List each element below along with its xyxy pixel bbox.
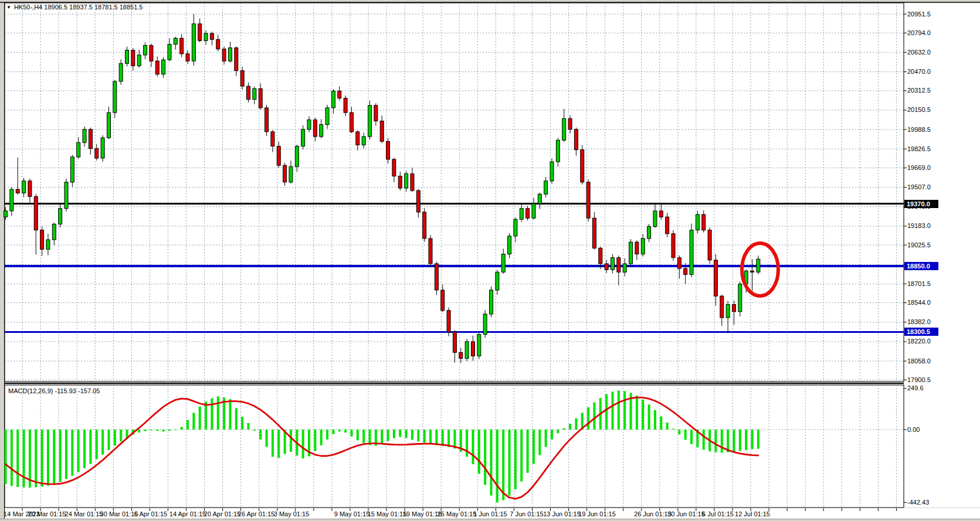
macd-histogram-bar bbox=[181, 427, 183, 430]
macd-histogram-bar bbox=[174, 430, 177, 430]
time-tick-label: 14 Apr 01:15 bbox=[169, 510, 206, 517]
bullish-candle bbox=[325, 108, 329, 125]
bearish-candle bbox=[398, 176, 402, 188]
macd-histogram-bar bbox=[648, 404, 650, 430]
bullish-candle bbox=[490, 290, 493, 314]
bearish-candle bbox=[259, 88, 262, 108]
macd-histogram-bar bbox=[435, 430, 438, 445]
macd-histogram-bar bbox=[338, 430, 341, 431]
bullish-candle bbox=[362, 137, 365, 145]
macd-tick-label: 0.00 bbox=[907, 426, 920, 433]
macd-histogram-bar bbox=[162, 430, 165, 431]
macd-histogram-bar bbox=[266, 430, 268, 447]
macd-histogram-bar bbox=[660, 416, 662, 430]
bearish-candle bbox=[344, 98, 347, 113]
macd-histogram-bar bbox=[575, 418, 577, 430]
macd-histogram-bar bbox=[429, 430, 432, 444]
macd-histogram-bar bbox=[642, 400, 644, 430]
macd-histogram-bar bbox=[114, 430, 116, 445]
time-tick-label: 9 May 01:15 bbox=[334, 510, 370, 517]
bearish-candle bbox=[459, 352, 463, 358]
bearish-candle bbox=[605, 264, 608, 270]
macd-histogram-bar bbox=[533, 430, 535, 464]
time-tick-label: 6 Jul 01:15 bbox=[702, 510, 734, 517]
price-tick-label: 18701.5 bbox=[907, 280, 931, 287]
bearish-candle bbox=[247, 86, 250, 100]
macd-histogram-bar bbox=[423, 430, 426, 443]
macd-histogram-bar bbox=[107, 430, 110, 450]
bearish-candle bbox=[568, 118, 572, 129]
time-tick-label: 15 May 01:15 bbox=[368, 510, 407, 517]
time-tick-label: 12 Jul 01:15 bbox=[735, 510, 770, 517]
bullish-candle bbox=[65, 182, 68, 209]
bullish-candle bbox=[647, 226, 651, 238]
bullish-candle bbox=[520, 209, 523, 219]
macd-histogram-bar bbox=[11, 430, 13, 486]
bullish-candle bbox=[465, 342, 469, 359]
time-tick-label: 30 Jun 01:15 bbox=[667, 510, 705, 517]
macd-histogram-bar bbox=[241, 417, 243, 430]
macd-histogram-bar bbox=[654, 410, 656, 430]
bullish-candle bbox=[641, 239, 645, 254]
time-tick-label: 20 Apr 01:15 bbox=[204, 510, 240, 517]
macd-histogram-bar bbox=[593, 403, 595, 430]
macd-indicator-label: MACD(12,26,9) -115.93 -157.05 bbox=[8, 387, 100, 394]
macd-histogram-bar bbox=[101, 430, 104, 455]
macd-histogram-bar bbox=[332, 430, 334, 434]
bullish-candle bbox=[477, 335, 481, 356]
macd-histogram-bar bbox=[484, 430, 486, 485]
bullish-candle bbox=[496, 272, 499, 290]
bearish-candle bbox=[338, 91, 341, 98]
macd-histogram-bar bbox=[739, 430, 741, 451]
bullish-candle bbox=[556, 140, 559, 162]
macd-histogram-bar bbox=[350, 430, 352, 437]
time-tick-label: 19 Jun 01:15 bbox=[578, 510, 616, 517]
bearish-candle bbox=[222, 49, 226, 61]
bearish-candle bbox=[28, 181, 32, 197]
macd-histogram-bar bbox=[490, 430, 493, 496]
bullish-candle bbox=[368, 105, 372, 137]
macd-histogram-bar bbox=[96, 430, 98, 459]
time-tick-label: 19 May 01:15 bbox=[403, 510, 442, 517]
bullish-candle bbox=[162, 60, 165, 74]
macd-histogram-bar bbox=[229, 399, 231, 430]
macd-histogram-bar bbox=[23, 430, 25, 488]
time-tick-label: 1 Jun 01:15 bbox=[473, 510, 507, 517]
macd-histogram-bar bbox=[690, 430, 693, 444]
macd-histogram-bar bbox=[326, 430, 328, 440]
time-tick-label: 25 May 01:15 bbox=[438, 510, 477, 517]
price-tick-label: 18220.0 bbox=[907, 338, 931, 345]
chart-canvas[interactable] bbox=[0, 0, 980, 521]
macd-histogram-bar bbox=[684, 430, 687, 440]
bearish-candle bbox=[240, 70, 244, 86]
bullish-candle bbox=[46, 240, 50, 249]
macd-histogram-bar bbox=[563, 428, 565, 430]
macd-tick-label: 249.6 bbox=[907, 384, 924, 391]
price-line-label: 19370.0 bbox=[904, 200, 938, 208]
chart-title: ▼ HK50-,H4 18906.5 18937.5 18781.5 18851… bbox=[6, 4, 143, 11]
bearish-candle bbox=[423, 212, 426, 239]
bearish-candle bbox=[277, 146, 280, 165]
macd-histogram-bar bbox=[59, 430, 62, 482]
macd-histogram-bar bbox=[514, 430, 517, 489]
bullish-candle bbox=[738, 284, 742, 312]
macd-histogram-bar bbox=[138, 430, 140, 433]
bearish-candle bbox=[599, 248, 602, 264]
bearish-candle bbox=[411, 173, 414, 190]
bullish-candle bbox=[253, 88, 256, 99]
macd-histogram-bar bbox=[417, 430, 419, 441]
macd-histogram-bar bbox=[211, 399, 213, 430]
bearish-candle bbox=[16, 189, 19, 193]
macd-histogram-bar bbox=[587, 407, 589, 430]
bearish-candle bbox=[386, 141, 390, 159]
macd-histogram-bar bbox=[478, 430, 480, 474]
macd-histogram-bar bbox=[745, 430, 747, 450]
bullish-candle bbox=[331, 91, 335, 108]
price-tick-label: 18058.0 bbox=[907, 357, 931, 365]
bullish-candle bbox=[532, 204, 535, 219]
bullish-candle bbox=[113, 81, 117, 113]
bullish-candle bbox=[22, 181, 26, 193]
price-line-label: 18850.0 bbox=[904, 262, 938, 270]
macd-histogram-bar bbox=[47, 430, 49, 486]
macd-histogram-bar bbox=[612, 391, 614, 430]
